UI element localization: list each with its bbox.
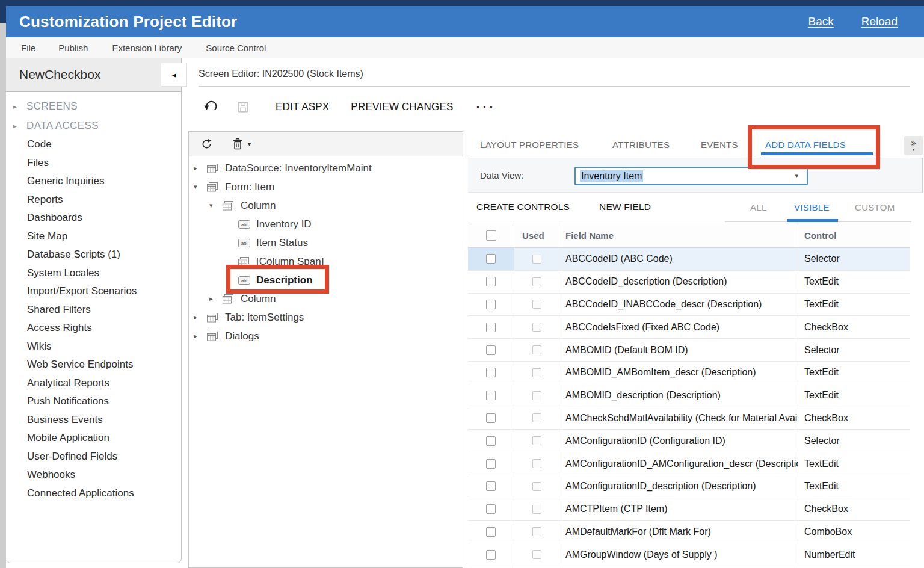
tree-expander-icon[interactable]: ▸	[194, 313, 207, 321]
field-row-abccodeid[interactable]: ABCCodeID (ABC Code)Selector	[468, 248, 910, 271]
tree-expander-icon[interactable]: ▸	[194, 332, 207, 340]
tree-node-datasource-inventoryitemmaint[interactable]: ▸DataSource: InventoryItemMaint	[189, 159, 463, 177]
panel-expand-button[interactable]: » ▾	[904, 136, 923, 155]
field-row-amcheckschdmatlavailability[interactable]: AMCheckSchdMatlAvailability (Check for M…	[468, 407, 910, 430]
tree-expander-icon[interactable]: ▾	[209, 202, 223, 209]
delete-dropdown-caret-icon[interactable]: ▾	[248, 141, 251, 147]
used-checkbox[interactable]	[532, 550, 541, 559]
tree-expander-icon[interactable]: ▸	[194, 164, 207, 172]
field-row-amconfigurationid-description[interactable]: AMConfigurationID_description (Descripti…	[468, 475, 910, 498]
sidebar-item-webhooks[interactable]: Webhooks	[6, 466, 181, 484]
menu-item-extension-library[interactable]: Extension Library	[112, 43, 182, 53]
field-row-ambomid-ambomitem-descr[interactable]: AMBOMID_AMBomItem_descr (Description)Tex…	[468, 362, 910, 384]
sidebar-group-data-access[interactable]: ▸DATA ACCESS	[6, 116, 181, 135]
field-row-amgroupwindow[interactable]: AMGroupWindow (Days of Supply )NumberEdi…	[468, 543, 910, 566]
chevron-right-icon[interactable]: ▸	[13, 103, 26, 111]
field-row-amctpitem[interactable]: AMCTPItem (CTP Item)CheckBox	[468, 498, 910, 521]
row-select-checkbox[interactable]	[486, 390, 496, 400]
tree-node-column[interactable]: ▾Column	[189, 196, 463, 215]
used-checkbox[interactable]	[532, 482, 541, 491]
sidebar-item-web-service-endpoints[interactable]: Web Service Endpoints	[6, 356, 181, 374]
tab-events[interactable]: EVENTS	[701, 140, 738, 150]
tree-node-tab-itemsettings[interactable]: ▸Tab: ItemSettings	[189, 308, 463, 327]
row-select-checkbox[interactable]	[486, 459, 496, 469]
used-checkbox[interactable]	[532, 368, 541, 377]
sidebar-item-files[interactable]: Files	[6, 154, 181, 173]
tree-node-item-status[interactable]: ablItem Status	[189, 233, 463, 252]
sidebar-item-site-map[interactable]: Site Map	[6, 227, 181, 246]
sidebar-item-mobile-application[interactable]: Mobile Application	[6, 429, 181, 448]
back-link[interactable]: Back	[808, 15, 834, 28]
sidebar-item-push-notifications[interactable]: Push Notifications	[6, 392, 181, 411]
sidebar-item-analytical-reports[interactable]: Analytical Reports	[6, 374, 181, 393]
used-checkbox[interactable]	[532, 300, 541, 309]
preview-changes-button[interactable]: PREVIEW CHANGES	[351, 101, 453, 113]
save-icon[interactable]	[236, 100, 250, 114]
refresh-icon[interactable]	[201, 138, 212, 150]
field-row-ambomid[interactable]: AMBOMID (Default BOM ID)Selector	[468, 339, 910, 362]
sidebar-item-business-events[interactable]: Business Events	[6, 411, 181, 430]
sidebar-item-reports[interactable]: Reports	[6, 191, 181, 209]
row-select-checkbox[interactable]	[486, 300, 496, 309]
sidebar-item-import-export-scenarios[interactable]: Import/Export Scenarios	[6, 282, 181, 301]
sidebar-collapse-button[interactable]: ◂	[161, 63, 187, 87]
row-select-checkbox[interactable]	[486, 504, 496, 514]
row-select-checkbox[interactable]	[486, 481, 496, 491]
used-checkbox[interactable]	[532, 505, 541, 514]
tree-node-dialogs[interactable]: ▸Dialogs	[189, 327, 463, 345]
sidebar-item-user-defined-fields[interactable]: User-Defined Fields	[6, 448, 181, 466]
field-row-amdefaultmarkfor[interactable]: AMDefaultMarkFor (Dflt Mark For)ComboBox	[468, 521, 910, 544]
used-checkbox[interactable]	[532, 459, 541, 468]
tree-expander-icon[interactable]: ▸	[209, 295, 223, 303]
reload-link[interactable]: Reload	[861, 15, 898, 28]
filter-all[interactable]: ALL	[750, 202, 767, 212]
sidebar-item-connected-applications[interactable]: Connected Applications	[6, 484, 181, 503]
delete-icon[interactable]	[233, 138, 242, 150]
row-select-checkbox[interactable]	[486, 527, 496, 537]
tab-attributes[interactable]: ATTRIBUTES	[612, 140, 670, 150]
undo-icon[interactable]	[203, 100, 218, 114]
create-controls-button[interactable]: CREATE CONTROLS	[476, 202, 570, 212]
used-checkbox[interactable]	[532, 323, 541, 332]
row-select-checkbox[interactable]	[486, 277, 496, 286]
edit-aspx-button[interactable]: EDIT ASPX	[276, 101, 329, 113]
chevron-right-icon[interactable]: ▸	[13, 122, 26, 130]
row-select-checkbox[interactable]	[486, 323, 496, 332]
row-select-checkbox[interactable]	[486, 436, 496, 446]
sidebar-group-screens[interactable]: ▸SCREENS	[6, 97, 181, 116]
used-checkbox[interactable]	[532, 255, 541, 264]
filter-custom[interactable]: CUSTOM	[855, 202, 895, 212]
filter-visible[interactable]: VISIBLE	[794, 202, 830, 212]
menu-item-publish[interactable]: Publish	[58, 43, 88, 53]
sidebar-item-code[interactable]: Code	[6, 135, 181, 154]
sidebar-item-wikis[interactable]: Wikis	[6, 338, 181, 356]
new-field-button[interactable]: NEW FIELD	[599, 202, 651, 212]
used-checkbox[interactable]	[532, 277, 541, 286]
tree-expander-icon[interactable]: ▾	[194, 183, 207, 191]
used-checkbox[interactable]	[532, 345, 541, 354]
row-select-checkbox[interactable]	[486, 368, 496, 377]
tree-node-form-item[interactable]: ▾Form: Item	[189, 177, 463, 196]
field-row-abccodeid-description[interactable]: ABCCodeID_description (Description)TextE…	[468, 271, 910, 294]
tree-node-inventory-id[interactable]: ablInventory ID	[189, 215, 463, 233]
field-row-amconfigurationid[interactable]: AMConfigurationID (Configuration ID)Sele…	[468, 430, 910, 452]
used-checkbox[interactable]	[532, 436, 541, 445]
used-checkbox[interactable]	[532, 527, 541, 536]
sidebar-item-dashboards[interactable]: Dashboards	[6, 209, 181, 227]
sidebar-item-access-rights[interactable]: Access Rights	[6, 319, 181, 338]
field-row-abccodeisfixed[interactable]: ABCCodeIsFixed (Fixed ABC Code)CheckBox	[468, 316, 910, 339]
row-select-checkbox[interactable]	[486, 550, 496, 560]
sidebar-item-system-locales[interactable]: System Locales	[6, 264, 181, 283]
used-checkbox[interactable]	[532, 391, 541, 400]
row-select-checkbox[interactable]	[486, 254, 496, 264]
field-row-abccodeid-inabccode-descr[interactable]: ABCCodeID_INABCCode_descr (Description)T…	[468, 294, 910, 316]
sidebar-item-shared-filters[interactable]: Shared Filters	[6, 301, 181, 320]
menu-item-source-control[interactable]: Source Control	[206, 43, 266, 53]
field-row-ambomid-description[interactable]: AMBOMID_description (Description)TextEdi…	[468, 384, 910, 407]
sidebar-item-generic-inquiries[interactable]: Generic Inquiries	[6, 172, 181, 191]
field-row-amconfigurationid-amconfiguration-descr[interactable]: AMConfigurationID_AMConfiguration_descr …	[468, 452, 910, 475]
used-checkbox[interactable]	[532, 413, 541, 422]
select-all-checkbox[interactable]	[486, 230, 496, 241]
more-actions-button[interactable]: ···	[476, 100, 496, 114]
tab-layout-properties[interactable]: LAYOUT PROPERTIES	[480, 140, 579, 150]
